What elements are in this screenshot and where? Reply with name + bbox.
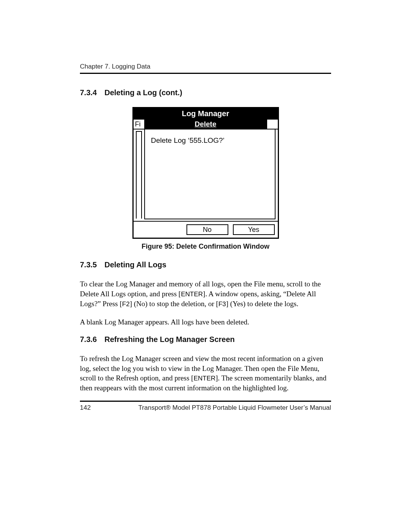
toolbar-delete-label: Delete: [145, 120, 266, 129]
dialog-message: Delete Log ‘555.LOG?’: [151, 136, 269, 145]
delete-dialog: Delete Log ‘555.LOG?’: [144, 129, 276, 219]
paragraph-736: To refresh the Log Manager screen and vi…: [80, 354, 331, 393]
paragraph-735-2: A blank Log Manager appears. All logs ha…: [80, 317, 331, 327]
no-button[interactable]: No: [186, 224, 228, 235]
toolbar-file-truncated[interactable]: Fi: [134, 120, 145, 129]
screen-button-bar: No Yes: [134, 221, 278, 238]
chapter-header: Chapter 7. Logging Data: [80, 63, 331, 74]
toolbar-right-blank: [266, 120, 278, 129]
page-footer: 142 Transport® Model PT878 Portable Liqu…: [80, 401, 331, 412]
paragraph-735-1: To clear the Log Manager and memory of a…: [80, 279, 331, 309]
screen-title: Log Manager: [134, 108, 278, 120]
section-number: 7.3.6: [80, 335, 97, 344]
section-number: 7.3.5: [80, 260, 97, 269]
screen-toolbar: Fi Delete: [134, 120, 278, 129]
background-list-stub: [136, 131, 142, 219]
figure-95: Log Manager Fi Delete Delete Log ‘555.LO…: [80, 107, 331, 251]
footer-title: Transport® Model PT878 Portable Liquid F…: [139, 404, 331, 412]
screen-content: Delete Log ‘555.LOG?’: [134, 129, 278, 221]
text-run: ] (No) to stop the deletion, or [: [130, 300, 218, 308]
key-f2: F2: [122, 300, 130, 308]
section-title: Deleting a Log (cont.): [104, 88, 182, 97]
log-manager-screen: Log Manager Fi Delete Delete Log ‘555.LO…: [132, 107, 279, 239]
key-f3: F3: [218, 300, 226, 308]
section-number: 7.3.4: [80, 88, 97, 97]
page: Chapter 7. Logging Data 7.3.4Deleting a …: [0, 0, 411, 532]
key-enter: ENTER: [181, 291, 203, 298]
key-enter: ENTER: [194, 375, 216, 382]
figure-caption: Figure 95: Delete Confirmation Window: [142, 243, 269, 251]
yes-button[interactable]: Yes: [233, 224, 275, 235]
section-7-3-6-heading: 7.3.6Refreshing the Log Manager Screen: [80, 335, 331, 344]
page-number: 142: [80, 404, 91, 412]
section-title: Refreshing the Log Manager Screen: [104, 335, 234, 343]
section-7-3-4-heading: 7.3.4Deleting a Log (cont.): [80, 88, 331, 97]
text-run: ] (Yes) to delete the logs.: [226, 300, 298, 308]
section-7-3-5-heading: 7.3.5Deleting All Logs: [80, 260, 331, 269]
section-title: Deleting All Logs: [104, 260, 166, 269]
